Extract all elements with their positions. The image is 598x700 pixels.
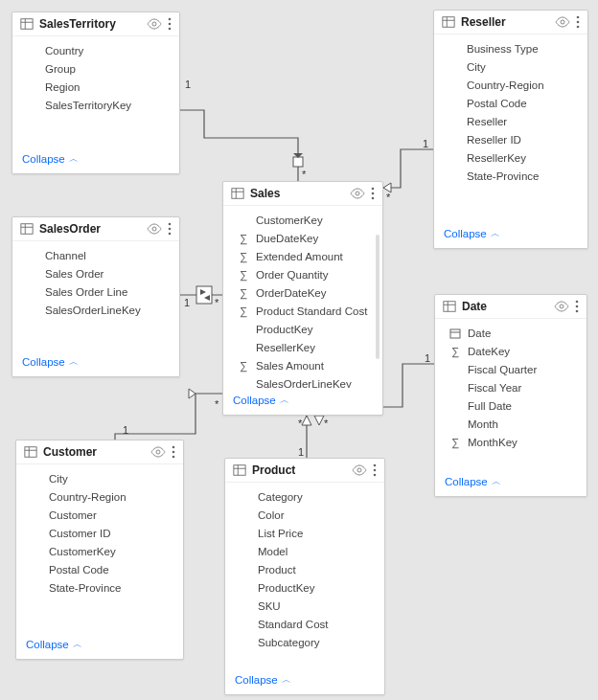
field-item[interactable]: ∑DateKey — [448, 345, 577, 358]
field-item[interactable]: ∑OrderDateKey — [237, 286, 373, 300]
more-options-icon[interactable] — [373, 463, 377, 477]
svg-point-52 — [172, 456, 175, 459]
field-item[interactable]: SalesOrderLineKey — [26, 304, 170, 317]
table-title: SalesTerritory — [39, 17, 141, 31]
field-item[interactable]: Reseller — [448, 115, 578, 128]
visibility-icon[interactable] — [147, 223, 162, 235]
field-item[interactable]: Country-Region — [30, 490, 173, 504]
field-item[interactable]: Region — [26, 80, 170, 94]
collapse-link[interactable]: Collapse︿ — [12, 350, 179, 376]
model-canvas[interactable]: 1 * 1 * 1 * 1 * 1 * 1 * SalesTerritory C… — [0, 0, 598, 700]
sigma-icon: ∑ — [237, 250, 250, 263]
field-item[interactable]: ResellerKey — [237, 341, 373, 354]
field-item[interactable]: Postal Code — [30, 563, 173, 576]
field-item[interactable]: Group — [26, 62, 170, 76]
field-item[interactable]: Reseller ID — [448, 133, 578, 147]
field-item[interactable]: Sales Order — [26, 267, 170, 281]
table-salesterritory[interactable]: SalesTerritory Country Group Region Sale… — [12, 11, 180, 174]
svg-point-19 — [561, 20, 564, 24]
field-item[interactable]: List Price — [239, 527, 375, 540]
field-item[interactable]: Country-Region — [448, 79, 578, 92]
field-item[interactable]: CustomerKey — [237, 214, 373, 227]
collapse-link[interactable]: Collapse︿ — [223, 388, 382, 415]
field-item[interactable]: Channel — [26, 249, 170, 262]
field-item[interactable]: Standard Cost — [239, 618, 375, 631]
table-customer[interactable]: Customer City Country-Region Customer Cu… — [15, 440, 184, 660]
more-options-icon[interactable] — [168, 222, 172, 236]
field-item[interactable]: Customer ID — [30, 527, 173, 540]
field-item[interactable]: Sales Order Line — [26, 285, 170, 299]
more-options-icon[interactable] — [172, 445, 175, 459]
table-icon — [24, 445, 37, 459]
table-title: Sales — [250, 187, 344, 200]
field-item[interactable]: Color — [239, 508, 375, 522]
table-salesorder[interactable]: SalesOrder Channel Sales Order Sales Ord… — [12, 216, 180, 377]
svg-point-29 — [169, 233, 172, 236]
svg-rect-0 — [293, 157, 303, 167]
table-reseller[interactable]: Reseller Business Type City Country-Regi… — [433, 10, 588, 249]
field-item[interactable]: CustomerKey — [30, 545, 173, 558]
svg-rect-30 — [232, 189, 243, 199]
scrollbar[interactable] — [376, 235, 380, 359]
svg-marker-8 — [314, 416, 324, 425]
more-options-icon[interactable] — [371, 187, 375, 200]
table-sales[interactable]: Sales CustomerKey ∑DueDateKey ∑Extended … — [222, 181, 383, 416]
field-item[interactable]: ResellerKey — [448, 151, 578, 165]
collapse-link[interactable]: Collapse︿ — [434, 221, 587, 248]
chevron-up-icon: ︿ — [69, 152, 79, 166]
field-item[interactable]: Category — [239, 490, 375, 504]
field-item[interactable]: SalesTerritoryKey — [26, 99, 170, 112]
svg-marker-4 — [200, 289, 206, 295]
collapse-link[interactable]: Collapse︿ — [435, 469, 586, 496]
svg-rect-9 — [21, 19, 33, 30]
svg-rect-3 — [196, 286, 212, 304]
field-item[interactable]: Postal Code — [448, 97, 578, 110]
collapse-link[interactable]: Collapse︿ — [12, 147, 179, 173]
field-item[interactable]: Fiscal Quarter — [448, 363, 577, 376]
cardinality-one: 1 — [423, 138, 428, 149]
collapse-link[interactable]: Collapse︿ — [16, 632, 183, 659]
field-item[interactable]: State-Province — [448, 169, 578, 183]
collapse-link[interactable]: Collapse︿ — [225, 667, 384, 694]
field-item[interactable]: Customer — [30, 508, 173, 522]
field-item[interactable]: Month — [448, 418, 577, 431]
field-item[interactable]: SalesOrderLineKey — [237, 377, 373, 388]
field-item[interactable]: City — [30, 472, 173, 485]
svg-point-49 — [156, 450, 160, 454]
field-item[interactable]: Business Type — [448, 42, 578, 56]
field-item[interactable]: Date — [448, 327, 577, 340]
field-item[interactable]: Model — [239, 545, 375, 558]
visibility-icon[interactable] — [352, 464, 367, 476]
visibility-icon[interactable] — [555, 16, 570, 28]
cardinality-one: 1 — [185, 79, 191, 90]
field-item[interactable]: Product — [239, 563, 375, 576]
field-item[interactable]: ProductKey — [237, 323, 373, 336]
field-item[interactable]: ∑Order Quantity — [237, 268, 373, 282]
visibility-icon[interactable] — [147, 18, 162, 30]
visibility-icon[interactable] — [350, 188, 365, 199]
field-item[interactable]: ∑DueDateKey — [237, 232, 373, 245]
field-item[interactable]: Full Date — [448, 399, 577, 413]
table-date[interactable]: Date Date ∑DateKey Fiscal Quarter Fiscal… — [434, 294, 587, 497]
field-item[interactable]: ∑MonthKey — [448, 436, 577, 449]
field-item[interactable]: ProductKey — [239, 581, 375, 595]
visibility-icon[interactable] — [554, 301, 569, 312]
field-item[interactable]: Subcategory — [239, 636, 375, 649]
cardinality-one: 1 — [425, 352, 430, 364]
field-item[interactable]: SKU — [239, 599, 375, 613]
table-product[interactable]: Product Category Color List Price Model … — [224, 458, 385, 695]
visibility-icon[interactable] — [150, 446, 166, 458]
table-icon — [442, 15, 455, 29]
more-options-icon[interactable] — [168, 17, 172, 31]
svg-rect-44 — [450, 329, 460, 338]
field-item[interactable]: Fiscal Year — [448, 381, 577, 395]
field-item[interactable]: Country — [26, 44, 170, 57]
field-item[interactable]: City — [448, 60, 578, 74]
field-item[interactable]: ∑Extended Amount — [237, 250, 373, 263]
field-item[interactable]: State-Province — [30, 581, 173, 595]
field-item[interactable]: ∑Sales Amount — [237, 359, 373, 373]
more-options-icon[interactable] — [576, 15, 580, 29]
field-item[interactable]: ∑Product Standard Cost — [237, 305, 373, 318]
more-options-icon[interactable] — [575, 300, 579, 313]
svg-point-41 — [576, 301, 579, 304]
